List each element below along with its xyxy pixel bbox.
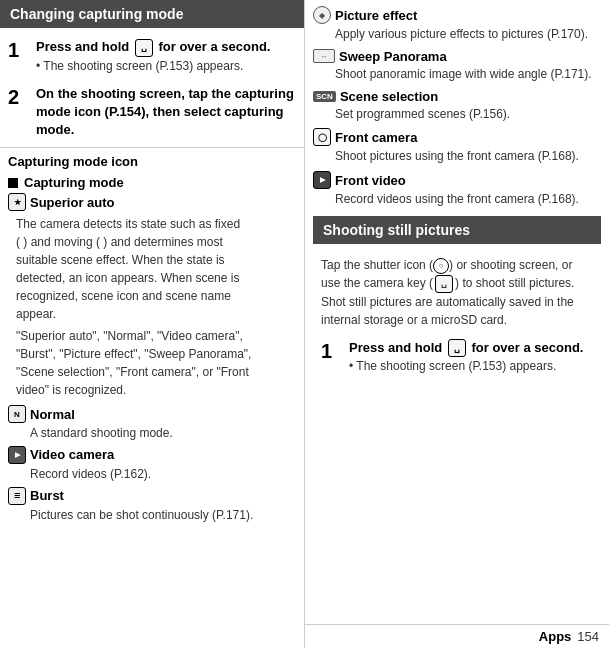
- front-camera-item: ◯ Front camera Shoot pictures using the …: [313, 128, 601, 165]
- right-step1-row: 1 Press and hold ␣ for over a second. • …: [313, 335, 601, 378]
- superior-auto-row: ★ Superior auto: [8, 193, 296, 211]
- section2-title-text: Shooting still pictures: [323, 222, 470, 238]
- burst-desc: Pictures can be shot continuously (P.171…: [30, 507, 296, 524]
- capturing-mode-item: Capturing mode: [8, 175, 296, 190]
- right-step1-content: Press and hold ␣ for over a second. • Th…: [349, 339, 593, 374]
- capture-mode-icon-title: Capturing mode icon: [0, 147, 304, 171]
- page-number: 154: [577, 629, 599, 644]
- scene-selection-row: SCN Scene selection: [313, 89, 601, 104]
- front-camera-row: ◯ Front camera: [313, 128, 601, 146]
- video-camera-label: Video camera: [30, 447, 114, 462]
- burst-row: ☰ Burst: [8, 487, 296, 505]
- picture-effect-label: Picture effect: [335, 8, 417, 23]
- sweep-panorama-row: ↔ Sweep Panorama: [313, 49, 601, 64]
- video-camera-icon: ▶: [8, 446, 26, 464]
- page-container: Changing capturing mode 1 Press and hold…: [0, 0, 609, 648]
- scene-selection-item: SCN Scene selection Set programmed scene…: [313, 89, 601, 123]
- video-camera-desc: Record videos (P.162).: [30, 466, 296, 483]
- scene-selection-icon: SCN: [313, 91, 336, 102]
- normal-row: N Normal: [8, 405, 296, 423]
- step2-title: On the shooting screen, tap the capturin…: [36, 85, 296, 140]
- sweep-panorama-desc: Shoot panoramic image with wide angle (P…: [335, 66, 601, 83]
- front-video-row: ▶ Front video: [313, 171, 601, 189]
- right-col-inner: ◆ Picture effect Apply various picture e…: [305, 0, 609, 616]
- right-step1-number: 1: [321, 339, 343, 363]
- video-camera-row: ▶ Video camera: [8, 446, 296, 464]
- camera-key-icon-1: ␣: [135, 39, 153, 57]
- superior-auto-desc: The camera detects its state such as fix…: [8, 213, 296, 325]
- right-column: ◆ Picture effect Apply various picture e…: [305, 0, 609, 648]
- normal-icon: N: [8, 405, 26, 423]
- section2-header: Shooting still pictures: [313, 216, 601, 244]
- front-camera-desc: Shoot pictures using the front camera (P…: [335, 148, 601, 165]
- bullet-square: [8, 178, 18, 188]
- sweep-panorama-item: ↔ Sweep Panorama Shoot panoramic image w…: [313, 49, 601, 83]
- step1-row: 1 Press and hold ␣ for over a second. • …: [0, 34, 304, 77]
- shutter-icon: ○: [433, 258, 449, 274]
- sweep-panorama-icon: ↔: [313, 49, 335, 63]
- scene-selection-desc: Set programmed scenes (P.156).: [335, 106, 601, 123]
- normal-label: Normal: [30, 407, 75, 422]
- step2-content: On the shooting screen, tap the capturin…: [36, 85, 296, 140]
- step2-row: 2 On the shooting screen, tap the captur…: [0, 81, 304, 144]
- apps-label: Apps: [539, 629, 572, 644]
- picture-effect-item: ◆ Picture effect Apply various picture e…: [313, 6, 601, 43]
- picture-effect-desc: Apply various picture effects to picture…: [335, 26, 601, 43]
- bottom-bar: Apps 154: [305, 624, 609, 648]
- front-camera-icon: ◯: [313, 128, 331, 146]
- camera-key-icon-right: ␣: [435, 275, 453, 293]
- step1-title: Press and hold ␣ for over a second.: [36, 38, 296, 57]
- front-camera-label: Front camera: [335, 130, 417, 145]
- section1-title-text: Changing capturing mode: [10, 6, 183, 22]
- right-step1-body: • The shooting screen (P.153) appears.: [349, 359, 593, 373]
- step1-body: • The shooting screen (P.153) appears.: [36, 59, 296, 73]
- front-video-label: Front video: [335, 173, 406, 188]
- burst-label: Burst: [30, 488, 64, 503]
- superior-auto-modes: "Superior auto", "Normal", "Video camera…: [8, 325, 296, 401]
- picture-effect-icon: ◆: [313, 6, 331, 24]
- normal-desc: A standard shooting mode.: [30, 425, 296, 442]
- burst-icon: ☰: [8, 487, 26, 505]
- scene-selection-label: Scene selection: [340, 89, 438, 104]
- bullet-section: Capturing mode ★ Superior auto The camer…: [0, 171, 304, 531]
- step1-number: 1: [8, 38, 30, 62]
- capturing-mode-label: Capturing mode: [24, 175, 124, 190]
- step2-number: 2: [8, 85, 30, 109]
- section2-intro: Tap the shutter icon (○) or shooting scr…: [313, 250, 601, 335]
- sweep-panorama-label: Sweep Panorama: [339, 49, 447, 64]
- front-video-desc: Record videos using the front camera (P.…: [335, 191, 601, 208]
- right-step1-title: Press and hold ␣ for over a second.: [349, 339, 593, 358]
- front-video-icon: ▶: [313, 171, 331, 189]
- front-video-item: ▶ Front video Record videos using the fr…: [313, 171, 601, 208]
- step1-content: Press and hold ␣ for over a second. • Th…: [36, 38, 296, 73]
- section1-header: Changing capturing mode: [0, 0, 304, 28]
- right-top: ◆ Picture effect Apply various picture e…: [305, 0, 609, 387]
- camera-key-icon-2: ␣: [448, 339, 466, 357]
- left-column: Changing capturing mode 1 Press and hold…: [0, 0, 305, 648]
- superior-auto-icon: ★: [8, 193, 26, 211]
- picture-effect-row: ◆ Picture effect: [313, 6, 601, 24]
- superior-auto-label: Superior auto: [30, 195, 115, 210]
